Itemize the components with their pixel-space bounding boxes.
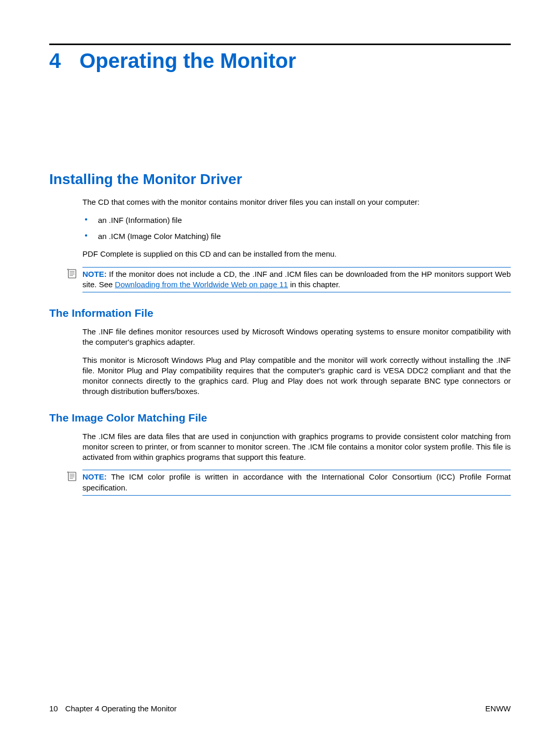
driver-files-list: an .INF (Information) file an .ICM (Imag… (82, 215, 511, 242)
note-label: NOTE: (82, 270, 107, 278)
svg-rect-0 (68, 269, 76, 277)
subsection-title-icm-file: The Image Color Matching File (49, 412, 511, 424)
footer-right: ENWW (485, 704, 511, 713)
note-block-2: NOTE: The ICM color profile is written i… (67, 470, 511, 496)
list-item: an .INF (Information) file (82, 215, 511, 226)
page-footer: 10 Chapter 4 Operating the Monitor ENWW (49, 704, 511, 713)
svg-rect-5 (68, 472, 76, 481)
subsection1-para2: This monitor is Microsoft Windows Plug a… (82, 355, 511, 397)
list-item: an .ICM (Image Color Matching) file (82, 231, 511, 242)
chapter-number: 4 (49, 49, 61, 73)
section-title-installing: Installing the Monitor Driver (49, 171, 511, 188)
subsection1-para1: The .INF file defines monitor resources … (82, 327, 511, 348)
chapter-title: Operating the Monitor (79, 49, 296, 73)
note-label: NOTE: (82, 472, 107, 481)
top-rule (49, 44, 511, 45)
section1-after-bullets: PDF Complete is supplied on this CD and … (82, 249, 511, 259)
note-icon (67, 471, 78, 482)
note-text-after: in this chapter. (288, 280, 340, 289)
subsection-title-information-file: The Information File (49, 307, 511, 319)
note-text: The ICM color profile is written in acco… (82, 472, 511, 491)
subsection2-para1: The .ICM files are data files that are u… (82, 431, 511, 463)
note-content-2: NOTE: The ICM color profile is written i… (82, 470, 511, 496)
footer-chapter-ref: Chapter 4 Operating the Monitor (65, 704, 177, 713)
note-content-1: NOTE: If the monitor does not include a … (82, 267, 511, 293)
note-block-1: NOTE: If the monitor does not include a … (67, 267, 511, 293)
download-link[interactable]: Downloading from the Worldwide Web on pa… (115, 280, 288, 289)
page-number: 10 (49, 704, 58, 713)
note-icon (67, 269, 78, 279)
section1-intro: The CD that comes with the monitor conta… (82, 197, 511, 207)
chapter-header: 4 Operating the Monitor (49, 49, 511, 73)
